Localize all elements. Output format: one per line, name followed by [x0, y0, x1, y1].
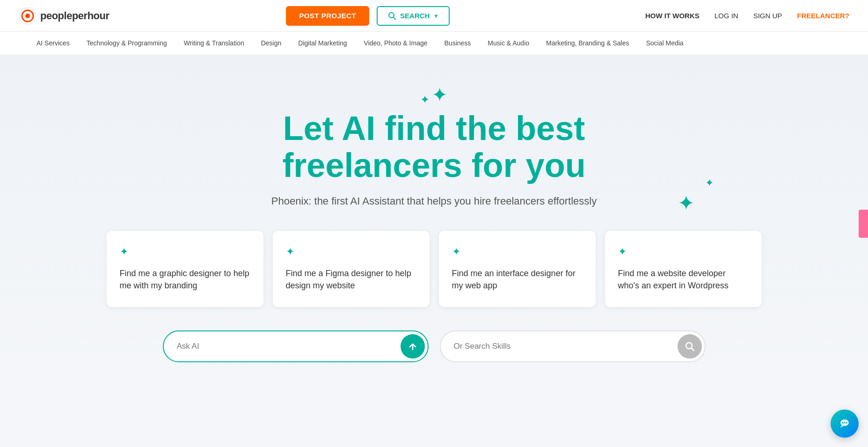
skills-input[interactable] [454, 342, 678, 351]
suggestion-card-1[interactable]: ✦ Find me a Figma designer to help desig… [273, 231, 430, 307]
logo-text: peopleperhour [40, 10, 109, 22]
card-sparkle-3: ✦ [618, 246, 749, 258]
sparkle-icon-right: ✦ [678, 191, 695, 215]
signup-link[interactable]: SIGN UP [753, 12, 782, 20]
arrow-up-icon [408, 341, 418, 352]
skills-input-wrapper [440, 330, 706, 362]
sparkle-icon-large: ✦ [431, 83, 448, 106]
category-technology-programming[interactable]: Technology & Programming [78, 32, 175, 55]
card-text-0: Find me a graphic designer to help me wi… [120, 267, 250, 292]
logo[interactable]: peopleperhour [19, 7, 109, 25]
hero-subtitle: Phoenix: the first AI Assistant that hel… [271, 195, 597, 207]
card-text-3: Find me a website developer who's an exp… [618, 267, 749, 292]
search-label: SEARCH [400, 12, 430, 20]
card-sparkle-2: ✦ [452, 246, 583, 258]
ai-input-wrapper [163, 330, 429, 362]
hero-section: ✦ ✦ Let AI find the best freelancers for… [0, 55, 868, 381]
card-text-1: Find me a Figma designer to help design … [286, 267, 416, 292]
freelancer-link[interactable]: FREELANCER? [797, 12, 849, 20]
category-writing-translation[interactable]: Writing & Translation [175, 32, 253, 55]
chevron-down-icon: ▼ [433, 13, 438, 19]
category-design[interactable]: Design [253, 32, 290, 55]
skills-search-button[interactable] [678, 334, 702, 359]
how-it-works-link[interactable]: HOW IT WORKS [645, 12, 700, 20]
suggestion-card-0[interactable]: ✦ Find me a graphic designer to help me … [107, 231, 263, 307]
category-digital-marketing[interactable]: Digital Marketing [290, 32, 355, 55]
card-sparkle-0: ✦ [120, 246, 250, 258]
svg-line-6 [691, 348, 694, 351]
card-text-2: Find me an interface designer for my web… [452, 267, 583, 292]
svg-point-2 [25, 14, 30, 18]
post-project-button[interactable]: POST PROJECT [286, 6, 369, 26]
suggestion-cards: ✦ Find me a graphic designer to help me … [107, 231, 762, 307]
category-ai-services[interactable]: AI Services [28, 32, 78, 55]
suggestion-card-3[interactable]: ✦ Find me a website developer who's an e… [605, 231, 762, 307]
header-center: POST PROJECT SEARCH ▼ [109, 6, 627, 26]
category-marketing-branding[interactable]: Marketing, Branding & Sales [538, 32, 637, 55]
sparkle-group-top: ✦ ✦ [420, 83, 448, 106]
search-button[interactable]: SEARCH ▼ [377, 6, 450, 26]
sparkle-icon-right-small: ✦ [705, 177, 714, 189]
login-link[interactable]: LOG IN [715, 12, 738, 20]
card-sparkle-1: ✦ [286, 246, 416, 258]
skills-search-icon [685, 341, 695, 352]
logo-icon [19, 7, 36, 25]
category-nav: AI Services Technology & Programming Wri… [0, 32, 868, 55]
header-nav: HOW IT WORKS LOG IN SIGN UP FREELANCER? [645, 12, 849, 20]
search-icon [388, 12, 396, 20]
hero-title: Let AI find the best freelancers for you [282, 110, 585, 184]
category-music-audio[interactable]: Music & Audio [479, 32, 538, 55]
sparkle-icon-small: ✦ [420, 93, 430, 106]
svg-line-4 [394, 17, 396, 19]
category-video-photo-image[interactable]: Video, Photo & Image [356, 32, 436, 55]
category-business[interactable]: Business [436, 32, 480, 55]
header: peopleperhour POST PROJECT SEARCH ▼ HOW … [0, 0, 868, 32]
input-area [153, 330, 715, 362]
ai-input[interactable] [177, 342, 401, 351]
category-social-media[interactable]: Social Media [637, 32, 692, 55]
suggestion-card-2[interactable]: ✦ Find me an interface designer for my w… [439, 231, 596, 307]
ai-submit-button[interactable] [401, 334, 425, 359]
pink-sidebar-element [859, 210, 868, 238]
